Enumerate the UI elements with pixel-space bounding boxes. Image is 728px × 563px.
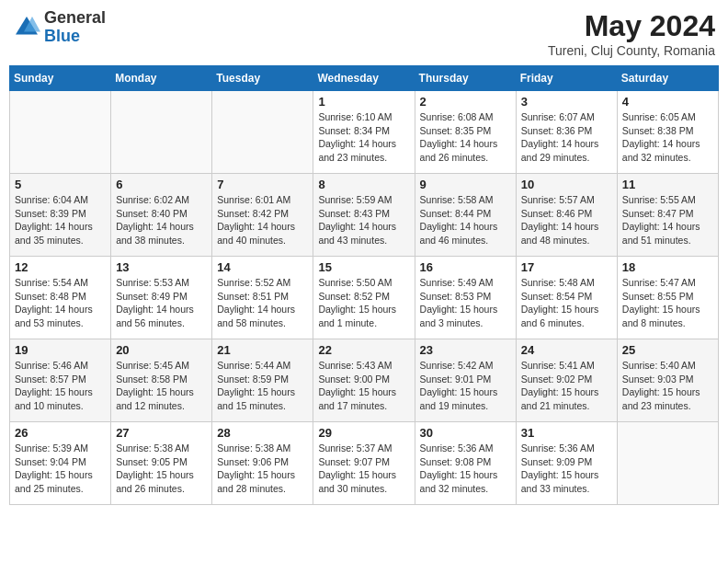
day-number: 9 <box>420 178 511 191</box>
day-number: 3 <box>521 95 612 109</box>
calendar-day-cell: 14Sunrise: 5:52 AM Sunset: 8:51 PM Dayli… <box>212 257 313 339</box>
day-info: Sunrise: 5:37 AM Sunset: 9:07 PM Dayligh… <box>318 442 409 496</box>
calendar-day-cell: 7Sunrise: 6:01 AM Sunset: 8:42 PM Daylig… <box>212 174 313 257</box>
logo-general: General <box>44 8 106 27</box>
calendar-day-cell <box>212 91 313 174</box>
location: Tureni, Cluj County, Romania <box>548 43 715 58</box>
day-info: Sunrise: 5:57 AM Sunset: 8:46 PM Dayligh… <box>521 193 612 247</box>
day-info: Sunrise: 5:49 AM Sunset: 8:53 PM Dayligh… <box>420 276 511 330</box>
calendar-day-cell <box>111 91 212 174</box>
day-number: 31 <box>521 426 612 440</box>
calendar-day-cell: 11Sunrise: 5:55 AM Sunset: 8:47 PM Dayli… <box>617 174 718 257</box>
day-info: Sunrise: 5:47 AM Sunset: 8:55 PM Dayligh… <box>622 276 713 330</box>
day-number: 2 <box>420 95 511 109</box>
calendar-day-cell: 23Sunrise: 5:42 AM Sunset: 9:01 PM Dayli… <box>415 339 516 422</box>
day-number: 17 <box>521 260 612 274</box>
calendar-day-cell: 9Sunrise: 5:58 AM Sunset: 8:44 PM Daylig… <box>415 174 516 257</box>
day-info: Sunrise: 6:01 AM Sunset: 8:42 PM Dayligh… <box>217 193 308 247</box>
day-info: Sunrise: 5:36 AM Sunset: 9:09 PM Dayligh… <box>521 442 612 496</box>
logo-icon <box>13 14 40 41</box>
calendar-day-cell: 6Sunrise: 6:02 AM Sunset: 8:40 PM Daylig… <box>111 174 212 257</box>
calendar-day-cell: 2Sunrise: 6:08 AM Sunset: 8:35 PM Daylig… <box>415 91 516 174</box>
day-number: 13 <box>116 260 207 274</box>
day-info: Sunrise: 5:53 AM Sunset: 8:49 PM Dayligh… <box>116 276 207 330</box>
calendar-day-cell: 13Sunrise: 5:53 AM Sunset: 8:49 PM Dayli… <box>111 257 212 339</box>
calendar-day-cell: 10Sunrise: 5:57 AM Sunset: 8:46 PM Dayli… <box>516 174 617 257</box>
calendar-week-row: 19Sunrise: 5:46 AM Sunset: 8:57 PM Dayli… <box>10 339 719 422</box>
calendar-header: SundayMondayTuesdayWednesdayThursdayFrid… <box>10 66 719 91</box>
calendar-day-cell: 15Sunrise: 5:50 AM Sunset: 8:52 PM Dayli… <box>313 257 415 339</box>
calendar-day-cell: 25Sunrise: 5:40 AM Sunset: 9:03 PM Dayli… <box>617 339 718 422</box>
calendar-day-cell: 12Sunrise: 5:54 AM Sunset: 8:48 PM Dayli… <box>10 257 111 339</box>
day-of-week-header: Thursday <box>415 66 516 91</box>
calendar-day-cell: 31Sunrise: 5:36 AM Sunset: 9:09 PM Dayli… <box>516 422 617 505</box>
logo-blue: Blue <box>44 27 80 45</box>
day-of-week-header: Saturday <box>617 66 718 91</box>
calendar-day-cell: 30Sunrise: 5:36 AM Sunset: 9:08 PM Dayli… <box>415 422 516 505</box>
calendar-day-cell: 24Sunrise: 5:41 AM Sunset: 9:02 PM Dayli… <box>516 339 617 422</box>
day-info: Sunrise: 6:02 AM Sunset: 8:40 PM Dayligh… <box>116 193 207 247</box>
day-info: Sunrise: 5:38 AM Sunset: 9:05 PM Dayligh… <box>116 442 207 496</box>
day-number: 10 <box>521 178 612 191</box>
day-info: Sunrise: 5:50 AM Sunset: 8:52 PM Dayligh… <box>318 276 409 330</box>
calendar-week-row: 26Sunrise: 5:39 AM Sunset: 9:04 PM Dayli… <box>10 422 719 505</box>
day-number: 15 <box>318 260 409 274</box>
calendar-day-cell: 28Sunrise: 5:38 AM Sunset: 9:06 PM Dayli… <box>212 422 313 505</box>
day-number: 5 <box>15 178 106 191</box>
calendar-body: 1Sunrise: 6:10 AM Sunset: 8:34 PM Daylig… <box>10 91 719 505</box>
logo-text: General Blue <box>44 9 106 46</box>
day-number: 14 <box>217 260 308 274</box>
calendar-day-cell: 3Sunrise: 6:07 AM Sunset: 8:36 PM Daylig… <box>516 91 617 174</box>
day-info: Sunrise: 5:44 AM Sunset: 8:59 PM Dayligh… <box>217 359 308 413</box>
day-info: Sunrise: 6:10 AM Sunset: 8:34 PM Dayligh… <box>318 110 409 165</box>
page-header: General Blue May 2024 Tureni, Cluj Count… <box>9 9 719 58</box>
calendar-day-cell: 17Sunrise: 5:48 AM Sunset: 8:54 PM Dayli… <box>516 257 617 339</box>
day-of-week-header: Wednesday <box>313 66 415 91</box>
calendar-day-cell: 19Sunrise: 5:46 AM Sunset: 8:57 PM Dayli… <box>10 339 111 422</box>
day-number: 12 <box>15 260 106 274</box>
day-info: Sunrise: 5:45 AM Sunset: 8:58 PM Dayligh… <box>116 359 207 413</box>
day-number: 24 <box>521 343 612 357</box>
day-info: Sunrise: 5:39 AM Sunset: 9:04 PM Dayligh… <box>15 442 106 496</box>
day-info: Sunrise: 5:36 AM Sunset: 9:08 PM Dayligh… <box>420 442 511 496</box>
calendar-week-row: 1Sunrise: 6:10 AM Sunset: 8:34 PM Daylig… <box>10 91 719 174</box>
calendar-day-cell: 8Sunrise: 5:59 AM Sunset: 8:43 PM Daylig… <box>313 174 415 257</box>
calendar-day-cell <box>617 422 718 505</box>
day-number: 4 <box>622 95 713 109</box>
day-info: Sunrise: 5:42 AM Sunset: 9:01 PM Dayligh… <box>420 359 511 413</box>
calendar-day-cell: 5Sunrise: 6:04 AM Sunset: 8:39 PM Daylig… <box>10 174 111 257</box>
day-number: 21 <box>217 343 308 357</box>
day-info: Sunrise: 5:58 AM Sunset: 8:44 PM Dayligh… <box>420 193 511 247</box>
day-info: Sunrise: 6:08 AM Sunset: 8:35 PM Dayligh… <box>420 110 511 165</box>
day-info: Sunrise: 6:04 AM Sunset: 8:39 PM Dayligh… <box>15 193 106 247</box>
day-info: Sunrise: 5:59 AM Sunset: 8:43 PM Dayligh… <box>318 193 409 247</box>
day-number: 23 <box>420 343 511 357</box>
calendar-day-cell: 16Sunrise: 5:49 AM Sunset: 8:53 PM Dayli… <box>415 257 516 339</box>
day-of-week-header: Monday <box>111 66 212 91</box>
day-number: 7 <box>217 178 308 191</box>
day-info: Sunrise: 5:52 AM Sunset: 8:51 PM Dayligh… <box>217 276 308 330</box>
day-of-week-header: Friday <box>516 66 617 91</box>
day-number: 11 <box>622 178 713 191</box>
day-info: Sunrise: 6:05 AM Sunset: 8:38 PM Dayligh… <box>622 110 713 165</box>
month-year: May 2024 <box>548 9 715 43</box>
day-number: 16 <box>420 260 511 274</box>
calendar-day-cell: 4Sunrise: 6:05 AM Sunset: 8:38 PM Daylig… <box>617 91 718 174</box>
day-number: 29 <box>318 426 409 440</box>
day-info: Sunrise: 5:48 AM Sunset: 8:54 PM Dayligh… <box>521 276 612 330</box>
day-of-week-header: Tuesday <box>212 66 313 91</box>
day-number: 6 <box>116 178 207 191</box>
day-number: 25 <box>622 343 713 357</box>
day-info: Sunrise: 5:40 AM Sunset: 9:03 PM Dayligh… <box>622 359 713 413</box>
calendar-day-cell: 22Sunrise: 5:43 AM Sunset: 9:00 PM Dayli… <box>313 339 415 422</box>
calendar-day-cell <box>10 91 111 174</box>
calendar-day-cell: 20Sunrise: 5:45 AM Sunset: 8:58 PM Dayli… <box>111 339 212 422</box>
logo: General Blue <box>13 9 106 46</box>
day-number: 22 <box>318 343 409 357</box>
calendar-day-cell: 26Sunrise: 5:39 AM Sunset: 9:04 PM Dayli… <box>10 422 111 505</box>
day-number: 30 <box>420 426 511 440</box>
day-number: 26 <box>15 426 106 440</box>
day-number: 27 <box>116 426 207 440</box>
calendar-week-row: 5Sunrise: 6:04 AM Sunset: 8:39 PM Daylig… <box>10 174 719 257</box>
calendar-day-cell: 21Sunrise: 5:44 AM Sunset: 8:59 PM Dayli… <box>212 339 313 422</box>
